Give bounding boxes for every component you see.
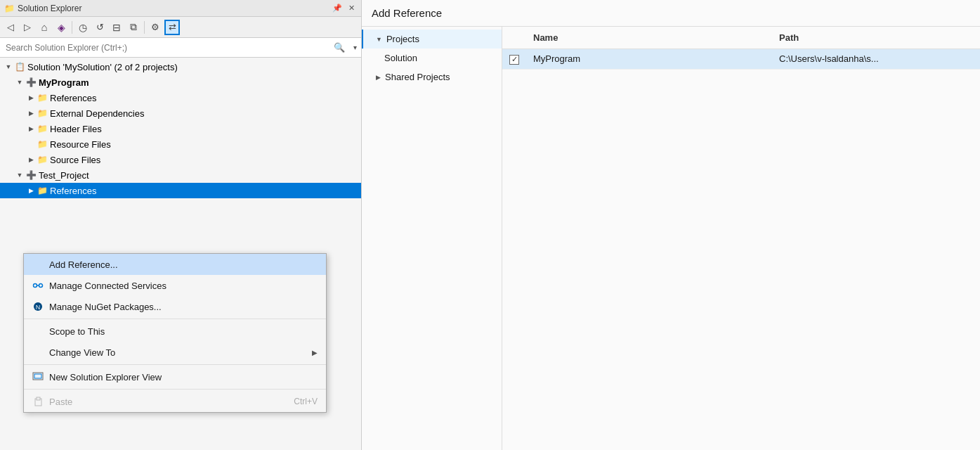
ctx-change-view-label: Change View To xyxy=(49,347,115,358)
source-files-label: Source Files xyxy=(50,155,100,165)
add-reference-icon xyxy=(32,259,44,270)
header-files-label: Header Files xyxy=(50,124,102,134)
row-checkbox-cell[interactable]: ✓ xyxy=(502,49,526,70)
nav-projects[interactable]: ▼ Projects xyxy=(362,30,502,49)
ctx-paste-label: Paste xyxy=(49,397,72,407)
copy-button[interactable]: ⧉ xyxy=(126,20,141,35)
back-button[interactable]: ◁ xyxy=(3,20,18,35)
se-toolbar: ◁ ▷ ⌂ ◈ ◷ ↺ ⊟ ⧉ ⚙ ⇄ xyxy=(0,17,361,38)
svg-rect-6 xyxy=(34,374,41,378)
collapse-button[interactable]: ⊟ xyxy=(109,20,124,35)
change-view-icon xyxy=(32,347,44,358)
references-1-arrow xyxy=(25,92,37,103)
svg-point-1 xyxy=(39,284,43,288)
refresh-button[interactable]: ↺ xyxy=(92,20,107,35)
search-dropdown-icon[interactable]: ▾ xyxy=(349,41,361,54)
nav-projects-label: Projects xyxy=(386,34,419,44)
ctx-new-solution-view-label: New Solution Explorer View xyxy=(49,372,162,382)
header-files-arrow xyxy=(25,123,37,134)
myprogram-arrow xyxy=(14,77,25,88)
manage-connected-icon xyxy=(32,280,44,291)
row-name-cell: MyProgram xyxy=(526,49,772,70)
ctx-paste[interactable]: Paste Ctrl+V xyxy=(24,391,326,412)
myprogram-icon: ➕ xyxy=(25,77,37,88)
ctx-manage-connected[interactable]: Manage Connected Services xyxy=(24,275,326,296)
tree-item-test-project[interactable]: ➕ Test_Project xyxy=(0,167,361,183)
ctx-manage-connected-label: Manage Connected Services xyxy=(49,281,166,291)
projects-collapse-arrow: ▼ xyxy=(376,36,382,43)
context-menu: Add Reference... Manage Connected Servic… xyxy=(23,253,327,413)
test-project-arrow xyxy=(14,169,25,181)
search-input[interactable] xyxy=(0,40,329,56)
ctx-scope-to-this-label: Scope to This xyxy=(49,326,105,337)
source-files-icon: 📁 xyxy=(37,154,48,165)
test-project-label: Test_Project xyxy=(39,170,89,181)
tree-item-myprogram[interactable]: ➕ MyProgram xyxy=(0,75,361,90)
ctx-new-solution-view[interactable]: New Solution Explorer View xyxy=(24,366,326,387)
se-title-bar: 📁 Solution Explorer 📌 ✕ xyxy=(0,0,361,17)
home-button[interactable]: ⌂ xyxy=(37,20,52,35)
svg-rect-8 xyxy=(37,397,40,400)
tree-item-external-deps[interactable]: 📁 External Dependencies xyxy=(0,105,361,121)
ctx-add-reference[interactable]: Add Reference... xyxy=(24,254,326,275)
ctx-manage-nuget[interactable]: N Manage NuGet Packages... xyxy=(24,296,326,317)
pin-icon[interactable]: 📌 xyxy=(330,3,344,13)
ctx-scope-to-this[interactable]: Scope to This xyxy=(24,321,326,342)
header-files-icon: 📁 xyxy=(37,123,48,134)
new-solution-view-icon xyxy=(32,371,44,382)
scope-to-this-icon xyxy=(32,326,44,337)
shared-projects-arrow: ▶ xyxy=(376,74,381,81)
svg-text:N: N xyxy=(36,304,41,311)
myprogram-label: MyProgram xyxy=(39,77,89,88)
ctx-manage-nuget-label: Manage NuGet Packages... xyxy=(49,302,162,312)
search-icon[interactable]: 🔍 xyxy=(329,39,349,56)
solution-explorer-icon: 📁 xyxy=(4,4,15,13)
add-reference-nav: ▼ Projects Solution ▶ Shared Projects xyxy=(362,27,502,450)
test-project-icon: ➕ xyxy=(25,169,37,181)
external-deps-arrow xyxy=(25,108,37,119)
properties-button[interactable]: ⚙ xyxy=(148,20,163,35)
row-path-cell: C:\Users\v-lsaldanha\s... xyxy=(772,49,980,70)
tree-item-resource-files[interactable]: 📁 Resource Files xyxy=(0,136,361,152)
close-icon[interactable]: ✕ xyxy=(346,3,357,13)
table-row[interactable]: ✓ MyProgram C:\Users\v-lsaldanha\s... xyxy=(502,49,980,70)
ctx-separator-3 xyxy=(24,389,326,390)
tree-item-references-2[interactable]: 📁 References xyxy=(0,183,361,198)
toolbar-sep-2 xyxy=(144,21,145,34)
tree-item-source-files[interactable]: 📁 Source Files xyxy=(0,152,361,167)
svg-point-0 xyxy=(34,284,37,288)
solution-icon: 📋 xyxy=(14,61,25,72)
col-header-name[interactable]: Name xyxy=(526,27,772,49)
nav-shared-projects-label: Shared Projects xyxy=(385,72,450,82)
ctx-change-view-to[interactable]: Change View To ▶ xyxy=(24,342,326,363)
add-reference-content: Name Path ✓ MyProgram C:\Users\v-lsaldan… xyxy=(502,27,980,450)
se-title-left: 📁 Solution Explorer xyxy=(4,4,81,13)
tree-item-references-1[interactable]: 📁 References xyxy=(0,90,361,105)
col-header-checkbox xyxy=(502,27,526,49)
references-table: Name Path ✓ MyProgram C:\Users\v-lsaldan… xyxy=(502,27,980,70)
solution-arrow xyxy=(3,61,14,72)
tree-item-solution[interactable]: 📋 Solution 'MySolution' (2 of 2 projects… xyxy=(0,59,361,75)
add-reference-title: Add Reference xyxy=(362,0,980,27)
add-reference-body: ▼ Projects Solution ▶ Shared Projects Na… xyxy=(362,27,980,450)
paste-shortcut: Ctrl+V xyxy=(294,397,318,406)
external-deps-icon: 📁 xyxy=(37,108,48,119)
ctx-add-reference-label: Add Reference... xyxy=(49,259,118,270)
ctx-separator-2 xyxy=(24,364,326,365)
tree-item-header-files[interactable]: 📁 Header Files xyxy=(0,121,361,136)
references-2-icon: 📁 xyxy=(37,185,48,196)
references-2-arrow xyxy=(25,185,37,196)
forward-button[interactable]: ▷ xyxy=(20,20,35,35)
nav-shared-projects[interactable]: ▶ Shared Projects xyxy=(362,68,502,86)
nav-solution-label: Solution xyxy=(384,53,417,63)
se-title-controls: 📌 ✕ xyxy=(330,3,357,13)
solution-label: Solution 'MySolution' (2 of 2 projects) xyxy=(27,62,178,72)
resource-files-icon: 📁 xyxy=(37,139,48,150)
nav-solution[interactable]: Solution xyxy=(362,49,502,68)
col-header-path[interactable]: Path xyxy=(772,27,980,49)
sync-button[interactable]: ⇄ xyxy=(164,20,180,35)
history-button[interactable]: ◷ xyxy=(75,20,91,35)
row-checkbox[interactable]: ✓ xyxy=(509,55,519,65)
vs-icon-button[interactable]: ◈ xyxy=(53,20,69,35)
references-2-label: References xyxy=(50,186,96,196)
